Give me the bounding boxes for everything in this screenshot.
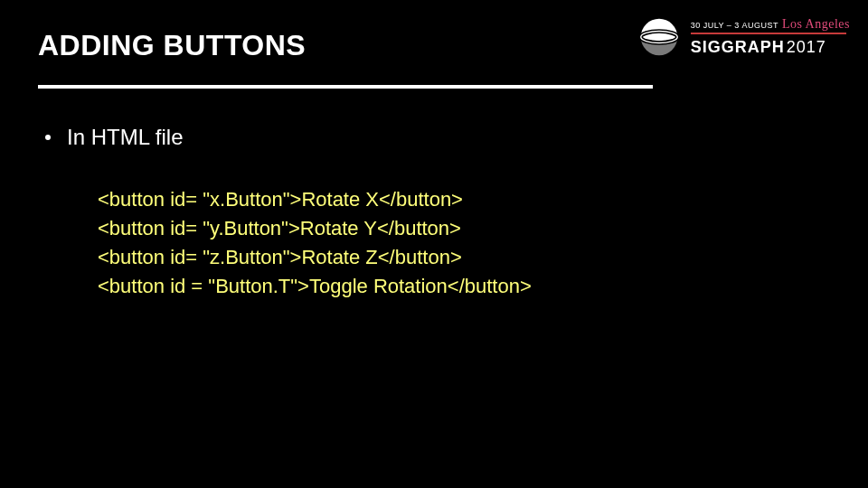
bullet-dot-icon [45,135,51,140]
code-block: <button id= "x.Button">Rotate X</button>… [98,185,532,301]
slide: ADDING BUTTONS In HTML file <button id= … [0,0,868,488]
bullet-text: In HTML file [67,125,183,150]
brand-name: SIGGRAPH [691,38,785,57]
conference-dates: 30 JULY – 3 AUGUST Los Angeles [691,18,850,31]
code-line: <button id= "y.Button">Rotate Y</button> [98,214,532,243]
date-text: 30 JULY – 3 AUGUST [691,21,778,30]
title-underline [38,85,653,89]
red-divider [691,33,846,34]
code-line: <button id= "x.Button">Rotate X</button> [98,185,532,214]
bullet-item: In HTML file [45,125,183,150]
brand-block: 30 JULY – 3 AUGUST Los Angeles SIGGRAPH … [691,18,850,57]
siggraph-globe-icon [638,16,680,58]
code-line: <button id= "z.Button">Rotate Z</button> [98,243,532,272]
brand-line: SIGGRAPH 2017 [691,38,826,57]
slide-title: ADDING BUTTONS [38,29,306,62]
code-line: <button id = "Button.T">Toggle Rotation<… [98,272,532,301]
conference-branding: 30 JULY – 3 AUGUST Los Angeles SIGGRAPH … [638,16,850,58]
brand-year: 2017 [787,38,826,57]
conference-city: Los Angeles [782,18,850,31]
